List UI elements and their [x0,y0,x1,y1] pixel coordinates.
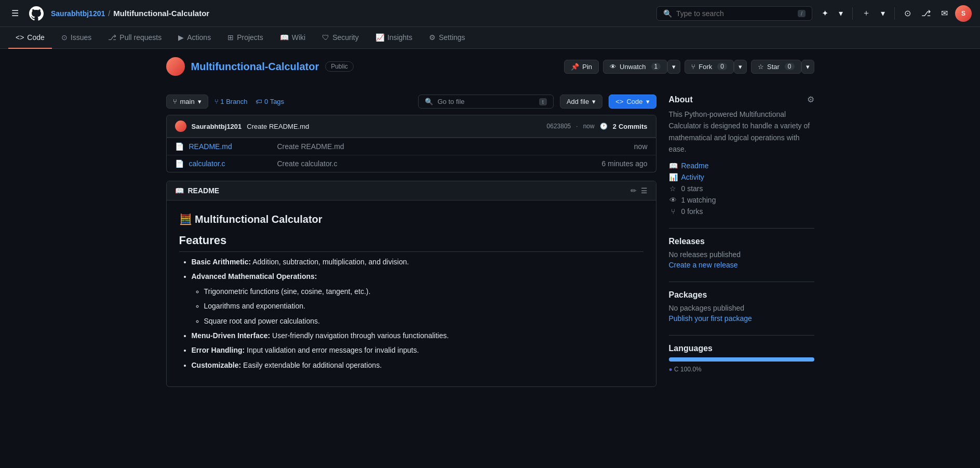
commit-author[interactable]: Saurabhtbj1201 [192,123,242,130]
left-panel: ⑂ main ▾ ⑂ 1 Branch 🏷 0 Tags 🔍 Go t [166,95,656,387]
stars-count: 0 stars [681,184,703,193]
star-icon-about: ☆ [669,184,677,193]
insights-icon: 📈 [375,33,384,42]
readme-box: README ✏ ☰ 🧮 Multifunctional Calculator … [166,181,656,387]
tab-pull-requests[interactable]: ⎇ Pull requests [101,27,169,49]
tab-wiki[interactable]: 📖 Wiki [273,27,313,49]
tab-code[interactable]: <> Code [8,27,52,49]
feature-label-1: Basic Arithmetic: [192,258,251,266]
nav-divider-1 [852,7,853,20]
tab-issues[interactable]: ⊙ Issues [54,27,99,49]
list-item: Advanced Mathematical Operations: Trigon… [192,271,643,327]
features-heading: Features [179,234,643,252]
repo-name-title[interactable]: Multifunctional-Calculator [191,61,319,73]
top-nav-left: ☰ Saurabhtbj1201 / Multifunctional-Calcu… [8,5,650,22]
branch-bar: ⑂ main ▾ ⑂ 1 Branch 🏷 0 Tags 🔍 Go t [166,95,656,109]
readme-header: README ✏ ☰ [167,181,656,200]
menu-button[interactable]: ☰ [8,6,22,20]
avatar[interactable]: S [955,5,972,22]
readme-stat: 📖 Readme [669,162,814,170]
about-section: About ⚙ This Python-powered Multifunctio… [669,95,814,216]
edit-readme-icon[interactable]: ✏ [630,186,637,195]
top-nav-right: ✦ ▾ ＋ ▾ ⊙ ⎇ ✉ S [818,5,972,22]
eye-icon-about: 👁 [669,196,677,204]
raw-readme-icon[interactable]: ☰ [641,186,648,195]
tag-count-link[interactable]: 🏷 0 Tags [256,98,284,105]
repo-owner[interactable]: Saurabhtbj1201 [51,9,105,18]
search-icon: 🔍 [663,9,672,18]
star-icon: ☆ [758,63,764,71]
fork-dropdown[interactable]: ▾ [734,60,747,74]
fork-icon: ⑂ [691,63,695,71]
about-settings-button[interactable]: ⚙ [807,95,814,104]
list-item: Trigonometric functions (sine, cosine, t… [204,286,643,297]
fork-button[interactable]: ⑂ Fork 0 [684,60,734,74]
activity-link[interactable]: Activity [681,173,704,181]
actions-icon: ▶ [178,33,184,42]
go-to-file-button[interactable]: 🔍 Go to file t [418,95,553,109]
divider-languages [669,335,814,336]
tab-security[interactable]: 🛡 Security [315,27,366,49]
pull-requests-button[interactable]: ⎇ [918,6,934,20]
readme-emoji: 🧮 [179,213,192,225]
file-name-readme[interactable]: README.md [189,142,272,151]
commit-avatar [175,121,186,132]
pin-icon: 📌 [571,63,579,71]
tab-insights[interactable]: 📈 Insights [368,27,420,49]
commit-hash: 0623805 [547,123,571,130]
branch-icon: ⑂ [173,98,177,105]
tab-settings[interactable]: ⚙ Settings [422,27,473,49]
file-time-readme: now [634,142,648,151]
tab-projects[interactable]: ⊞ Projects [220,27,271,49]
publish-package-link[interactable]: Publish your first package [669,314,752,323]
activity-stat: 📊 Activity [669,173,814,181]
table-row: 📄 README.md Create README.md now [167,138,656,155]
star-dropdown[interactable]: ▾ [801,60,814,74]
list-item: Menu-Driven Interface: User-friendly nav… [192,330,643,341]
branch-name: main [180,98,195,105]
language-bar [669,357,814,362]
commits-link[interactable]: 2 Commits [613,123,648,130]
branch-dropdown-icon: ▾ [198,98,202,105]
feature-label-5: Customizable: [192,361,241,369]
repo-header: Multifunctional-Calculator Public 📌 Pin … [158,49,823,76]
search-input[interactable] [676,9,794,18]
add-file-button[interactable]: Add file ▾ [560,95,602,109]
list-item: Square root and power calculations. [204,315,643,327]
list-item: Customizable: Easily extendable for addi… [192,359,643,371]
readme-actions: ✏ ☰ [630,186,648,195]
search-box[interactable]: 🔍 / [656,6,812,21]
branch-count-link[interactable]: ⑂ 1 Branch [214,98,248,105]
copilot-button[interactable]: ✦ [818,6,831,20]
projects-icon: ⊞ [227,33,234,42]
tab-actions[interactable]: ▶ Actions [171,27,218,49]
releases-section: Releases No releases published Create a … [669,237,814,269]
inbox-button[interactable]: ✉ [938,6,951,20]
tag-icon: 🏷 [256,98,262,105]
copilot-dropdown[interactable]: ▾ [836,6,846,20]
star-count: 0 [785,63,795,70]
pin-button[interactable]: 📌 Pin [564,60,599,74]
unwatch-button[interactable]: 👁 Unwatch 1 [603,60,667,74]
star-button[interactable]: ☆ Star 0 [751,60,801,74]
security-icon: 🛡 [322,33,329,42]
file-icon-readme: 📄 [175,142,184,151]
new-item-button[interactable]: ＋ [859,6,874,21]
new-item-dropdown[interactable]: ▾ [878,6,888,20]
file-name-calculator[interactable]: calculator.c [189,159,272,168]
create-release-link[interactable]: Create a new release [669,261,738,269]
about-title: About [669,95,693,104]
branch-selector[interactable]: ⑂ main ▾ [166,95,208,109]
issues-button[interactable]: ⊙ [901,6,914,20]
book-icon: 📖 [669,162,677,170]
c-dot: ● [669,366,673,373]
no-releases: No releases published [669,250,814,259]
unwatch-dropdown[interactable]: ▾ [667,60,680,74]
list-item: Logarithms and exponentiation. [204,300,643,312]
repo-avatar [166,57,185,76]
readme-link[interactable]: Readme [681,162,709,170]
code-button[interactable]: <> Code ▾ [609,95,656,109]
go-file-shortcut: t [539,98,547,105]
languages-title: Languages [669,344,814,353]
repo-name-nav[interactable]: Multifunctional-Calculator [113,9,209,18]
